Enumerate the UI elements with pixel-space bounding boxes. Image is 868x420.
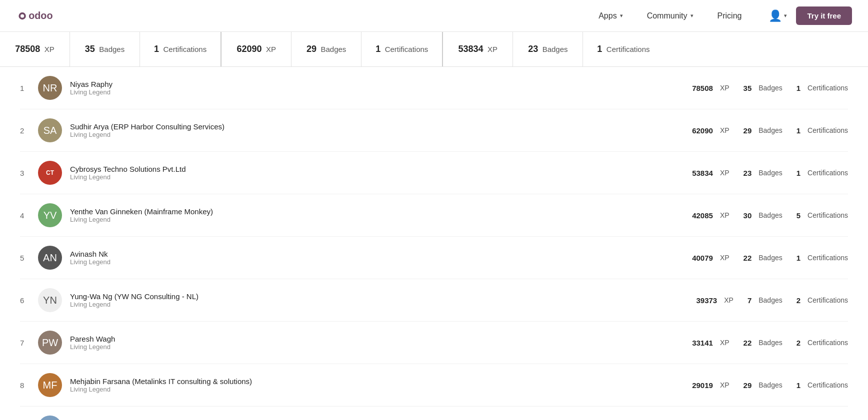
table-row[interactable]: 7 PW Paresh Wagh Living Legend 33141 XP … xyxy=(20,322,848,364)
stat-tab-2-certs[interactable]: 1 Certifications xyxy=(362,32,443,66)
xp-label: XP xyxy=(720,126,730,134)
certs-label: Certifications xyxy=(808,211,848,219)
nav-apps[interactable]: Apps ▾ xyxy=(586,0,634,32)
leader-xp-value: 40079 xyxy=(692,254,713,262)
apps-chevron-icon: ▾ xyxy=(620,12,623,19)
xp-label: XP xyxy=(720,254,730,262)
stat-tab-1-badges[interactable]: 35 Badges xyxy=(70,32,140,66)
leader-name: Mehjabin Farsana (Metalinks IT consultin… xyxy=(70,377,692,386)
nav-pricing[interactable]: Pricing xyxy=(706,0,754,32)
stat-2-certs-label: Certifications xyxy=(385,45,428,53)
leader-certs-value: 1 xyxy=(796,254,800,262)
nav-menu: Apps ▾ Community ▾ Pricing xyxy=(586,0,754,32)
leader-certs-value: 2 xyxy=(796,296,800,305)
avatar: YN xyxy=(38,288,62,312)
certs-label: Certifications xyxy=(808,126,848,134)
stat-tab-2-badges[interactable]: 29 Badges xyxy=(292,32,362,66)
stat-3-xp-label: XP xyxy=(488,45,498,53)
stat-tab-1-xp[interactable]: 78508 XP xyxy=(0,32,70,66)
leader-title: Living Legend xyxy=(70,131,692,138)
stat-3-badges-label: Badges xyxy=(542,45,568,53)
stat-2-badges-label: Badges xyxy=(320,45,346,53)
leader-stats: 62090 XP 29 Badges 1 Certifications xyxy=(692,126,848,135)
leader-title: Living Legend xyxy=(70,258,692,266)
leader-info: Sudhir Arya (ERP Harbor Consulting Servi… xyxy=(70,122,692,138)
leader-badges-value: 35 xyxy=(744,84,752,92)
leader-stats: 40079 XP 22 Badges 1 Certifications xyxy=(692,254,848,262)
leader-xp-value: 39373 xyxy=(696,296,718,305)
user-icon-button[interactable]: 👤 ▾ xyxy=(766,6,790,25)
leader-name: Cybrosys Techno Solutions Pvt.Ltd xyxy=(70,165,692,173)
stat-2-xp-label: XP xyxy=(266,45,276,53)
stat-3-xp-num: 53834 xyxy=(458,44,484,54)
leader-certs-value: 1 xyxy=(796,169,800,177)
leader-badges-value: 23 xyxy=(744,169,752,177)
logo[interactable]: odoo xyxy=(16,7,70,25)
avatar: RC xyxy=(38,416,62,420)
avatar: MF xyxy=(38,373,62,397)
rank-number: 3 xyxy=(20,169,38,177)
stat-tab-3-certs[interactable]: 1 Certifications xyxy=(583,32,664,66)
badges-label: Badges xyxy=(758,84,782,92)
leader-name: Sudhir Arya (ERP Harbor Consulting Servi… xyxy=(70,122,692,131)
badges-label: Badges xyxy=(758,211,782,219)
leader-certs-value: 2 xyxy=(796,339,800,347)
stat-tab-1-certs[interactable]: 1 Certifications xyxy=(140,32,222,66)
stat-tab-2-xp[interactable]: 62090 XP xyxy=(222,32,292,66)
rank-number: 8 xyxy=(20,381,38,390)
stat-1-xp-label: XP xyxy=(44,45,54,53)
table-row[interactable]: 2 SA Sudhir Arya (ERP Harbor Consulting … xyxy=(20,109,848,152)
stat-tab-3-badges[interactable]: 23 Badges xyxy=(513,32,583,66)
leader-info: Niyas Raphy Living Legend xyxy=(70,80,692,96)
stat-tab-3-xp[interactable]: 53834 XP xyxy=(443,32,513,66)
stat-1-xp-num: 78508 xyxy=(15,44,40,54)
stat-3-badges-num: 23 xyxy=(528,44,538,54)
table-row[interactable]: 6 YN Yung-Wa Ng (YW NG Consulting - NL) … xyxy=(20,279,848,322)
leader-xp-value: 29019 xyxy=(692,381,713,390)
leader-stats: 78508 XP 35 Badges 1 Certifications xyxy=(692,84,848,92)
leader-info: Cybrosys Techno Solutions Pvt.Ltd Living… xyxy=(70,165,692,181)
certs-label: Certifications xyxy=(808,296,848,304)
leaderboard: 1 NR Niyas Raphy Living Legend 78508 XP … xyxy=(0,67,868,420)
leader-title: Living Legend xyxy=(70,386,692,393)
stat-1-badges-num: 35 xyxy=(85,44,95,54)
leader-stats: 33141 XP 22 Badges 2 Certifications xyxy=(692,339,848,347)
leader-badges-value: 29 xyxy=(744,126,752,135)
certs-label: Certifications xyxy=(808,254,848,262)
table-row[interactable]: 9 RC Ray Carnes (ray) Living Legend 2746… xyxy=(20,407,848,420)
badges-label: Badges xyxy=(758,126,782,134)
table-row[interactable]: 3 CT Cybrosys Techno Solutions Pvt.Ltd L… xyxy=(20,152,848,194)
leader-name: Avinash Nk xyxy=(70,250,692,258)
xp-label: XP xyxy=(720,211,730,219)
leader-info: Yenthe Van Ginneken (Mainframe Monkey) L… xyxy=(70,207,692,223)
leader-certs-value: 5 xyxy=(796,211,800,220)
table-row[interactable]: 8 MF Mehjabin Farsana (Metalinks IT cons… xyxy=(20,364,848,407)
svg-text:odoo: odoo xyxy=(28,10,52,21)
table-row[interactable]: 5 AN Avinash Nk Living Legend 40079 XP 2… xyxy=(20,237,848,279)
leader-title: Living Legend xyxy=(70,301,696,308)
stat-3-certs-num: 1 xyxy=(597,44,602,54)
leader-name: Niyas Raphy xyxy=(70,80,692,88)
rank-number: 6 xyxy=(20,296,38,305)
user-chevron-icon: ▾ xyxy=(784,12,787,19)
table-row[interactable]: 4 YV Yenthe Van Ginneken (Mainframe Monk… xyxy=(20,194,848,237)
leader-xp-value: 62090 xyxy=(692,126,713,135)
xp-label: XP xyxy=(724,296,734,304)
leader-badges-value: 29 xyxy=(744,381,752,390)
avatar: NR xyxy=(38,76,62,100)
try-free-button[interactable]: Try it free xyxy=(796,6,852,25)
avatar: YV xyxy=(38,203,62,227)
leader-info: Paresh Wagh Living Legend xyxy=(70,335,692,351)
nav-community[interactable]: Community ▾ xyxy=(635,0,706,32)
user-icon: 👤 xyxy=(768,9,782,22)
community-label: Community xyxy=(647,11,688,20)
leader-title: Living Legend xyxy=(70,173,692,181)
badges-label: Badges xyxy=(758,339,782,347)
pricing-label: Pricing xyxy=(718,11,742,20)
leader-title: Living Legend xyxy=(70,343,692,351)
odoo-logo-svg: odoo xyxy=(16,7,70,25)
leader-certs-value: 1 xyxy=(796,126,800,135)
table-row[interactable]: 1 NR Niyas Raphy Living Legend 78508 XP … xyxy=(20,67,848,109)
apps-label: Apps xyxy=(598,11,616,20)
community-chevron-icon: ▾ xyxy=(690,12,694,19)
